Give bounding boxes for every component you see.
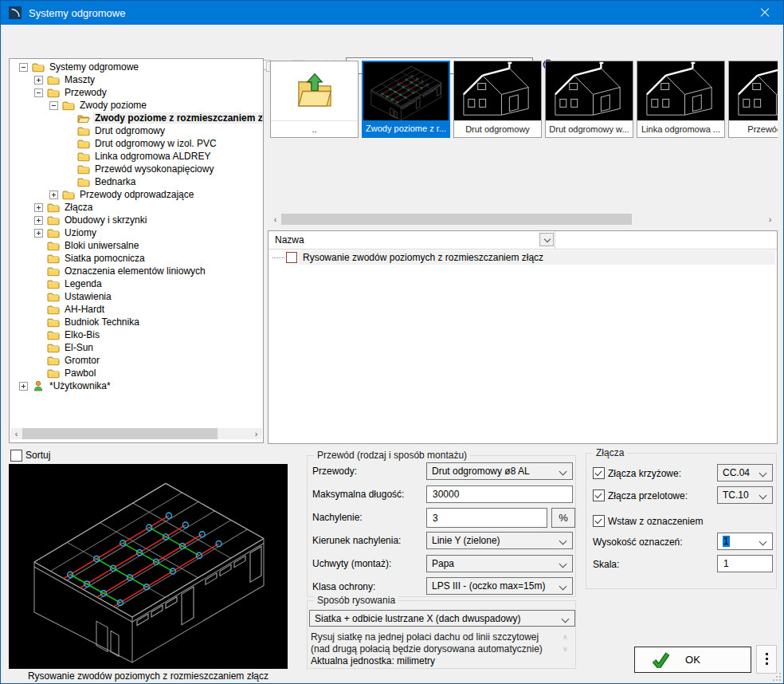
scroll-up-icon[interactable]: ∧ [563,633,568,641]
group-przewod-title: Przewód (rodzaj i sposób montażu) [314,450,470,461]
tree-item-oznaczenia[interactable]: Oznaczenia elementów liniowych [10,265,263,277]
tree-item-zlacza[interactable]: Złącza [10,201,263,214]
tree-item-ustawienia[interactable]: Ustawienia [10,290,263,303]
folder-icon [47,355,60,366]
thumbnail-linka-odgromowa[interactable]: Linka odgromowa ... [637,61,725,138]
thumbnail-drut-odgromowy[interactable]: Drut odgromowy [453,61,542,138]
folder-icon [77,163,90,175]
preview-image [9,464,288,669]
wstaw-z-oznaczeniem-checkbox[interactable] [593,515,605,527]
block-icon[interactable] [286,252,297,263]
folder-icon [62,100,75,111]
tree-item-bednarka[interactable]: Bednarka [10,175,263,188]
tree-item-gromtor[interactable]: Gromtor [10,354,263,367]
scroll-down-icon[interactable]: ∨ [563,645,568,653]
expand-icon[interactable] [34,203,43,212]
scroll-right-icon[interactable]: › [250,428,262,439]
tree-item-legenda[interactable]: Legenda [10,277,263,290]
zlacza-przelotowe-checkbox[interactable] [593,489,605,501]
zlacza-krzyzowe-select[interactable]: CC.04 [717,464,773,482]
column-header-nazwa[interactable]: Nazwa [275,234,304,246]
tree-item-elko-bis[interactable]: Elko-Bis [10,328,263,341]
scroll-left-icon[interactable]: ‹ [10,428,22,439]
wysokosc-oznaczen-combo[interactable]: 1 [717,533,773,550]
tree-item-bloki-uniwersalne[interactable]: Bloki uniwersalne [10,239,263,252]
tree-item-obudowy[interactable]: Obudowy i skrzynki [10,214,263,226]
tree-item-drut-odgromowy[interactable]: Drut odgromowy [10,124,263,137]
kierunek-select[interactable]: Linie Y (zielone) [426,532,573,549]
chevron-down-icon [559,537,567,545]
scroll-left-icon[interactable]: ‹ [269,214,281,225]
folder-icon [47,253,60,264]
folder-icon [47,342,60,353]
column-filter-button[interactable] [539,233,554,246]
chevron-down-icon [544,236,551,242]
zlacza-przelotowe-select[interactable]: TC.10 [717,486,773,504]
gallery-horizontal-scrollbar[interactable]: ‹ › [269,214,776,225]
list-header[interactable]: Nazwa [269,231,777,250]
tree-item-ah-hardt[interactable]: AH-Hardt [10,303,263,316]
klasa-select[interactable]: LPS III - (oczko max=15m) [426,577,573,595]
resize-grip[interactable] [773,673,781,681]
thumbnail-przewod[interactable]: Przewód w... [728,61,778,138]
chevron-down-icon [759,470,767,478]
item-list: Nazwa Rysowanie zwodów poziomych z rozmi… [268,230,778,444]
folder-icon [47,265,60,277]
folder-icon [62,189,75,200]
scrollbar-thumb[interactable] [281,214,632,225]
tree-item-pawbol[interactable]: Pawbol [10,367,263,379]
collapse-icon[interactable] [34,88,43,97]
group-przewod: Przewód (rodzaj i sposób montażu) Przewo… [307,455,576,597]
expand-icon[interactable] [49,191,58,199]
expand-icon[interactable] [34,216,43,225]
more-options-button[interactable] [756,645,777,674]
thumbnail-folder-up[interactable]: .. [270,61,359,138]
skala-field[interactable] [722,557,774,570]
expand-icon[interactable] [34,229,43,238]
zlacza-krzyzowe-checkbox[interactable] [593,467,605,479]
tree-item-zwody-poziome[interactable]: Zwody poziome [10,99,263,112]
thumbnail-drut-odgromowy-pvc[interactable]: Drut odgromowy w... [545,61,633,138]
nachylenie-input[interactable] [426,508,547,528]
tree-item-siatka-pomocnicza[interactable]: Siatka pomocnicza [10,252,263,265]
dlugosc-field[interactable] [431,488,565,501]
tree-item-przewody[interactable]: Przewody [10,86,263,99]
tree-item-systemy-odgromowe[interactable]: Systemy odgromowe [10,61,263,73]
nachylenie-field[interactable] [431,512,542,525]
collapse-icon[interactable] [49,101,58,110]
folder-icon [47,304,60,315]
uchwyty-select[interactable]: Papa [426,555,573,572]
przewody-select[interactable]: Drut odgromowy ø8 AL [426,462,573,480]
percent-button[interactable]: % [551,508,575,528]
chevron-down-icon [559,583,567,591]
scroll-right-icon[interactable]: › [764,214,776,225]
tree-item-el-sun[interactable]: El-Sun [10,341,263,354]
ok-button[interactable]: OK [634,647,751,673]
folder-icon [47,278,60,289]
skala-input[interactable] [717,555,773,572]
tree-item-zwody-poziome-z-rozmieszczaniem[interactable]: Zwody poziome z rozmieszczaniem złącz [10,112,263,124]
expand-icon[interactable] [19,382,28,391]
przewody-label: Przewody: [312,466,357,477]
preview-caption: Rysowanie zwodów poziomych z rozmieszcza… [9,670,288,682]
tree-item-uzytkownika[interactable]: *Użytkownika* [10,379,263,392]
dlugosc-input[interactable] [426,485,573,503]
scrollbar-thumb[interactable] [22,428,218,439]
tree-item-linka-odgromowa[interactable]: Linka odgromowa ALDREY [10,150,263,163]
thumbnail-zwody-poziome[interactable]: Zwody poziome z r... [362,61,450,138]
tree-item-maszty[interactable]: Maszty [10,73,263,86]
tree-item-budniok-technika[interactable]: Budniok Technika [10,316,263,328]
sposob-rysowania-select[interactable]: Siatka + odbicie lustrzane X (dach dwusp… [309,610,575,627]
tree-item-przewody-odprowadzajace[interactable]: Przewody odprowadzające [10,188,263,201]
list-row[interactable]: Rysowanie zwodów poziomych z rozmieszcza… [269,250,777,265]
folder-up-icon [293,73,336,110]
tree-item-przewod-wysokonapieciowy[interactable]: Przewód wysokonapięciowy [10,163,263,175]
expand-icon[interactable] [34,76,43,85]
close-button[interactable] [747,1,783,25]
title-bar[interactable]: Systemy odgromowe [1,1,783,25]
tree-horizontal-scrollbar[interactable]: ‹ › [10,428,262,439]
tree-item-uziomy[interactable]: Uziomy [10,226,263,239]
sort-checkbox[interactable] [10,450,22,462]
collapse-icon[interactable] [19,63,28,72]
tree-item-drut-odgromowy-pvc[interactable]: Drut odgromowy w izol. PVC [10,137,263,150]
